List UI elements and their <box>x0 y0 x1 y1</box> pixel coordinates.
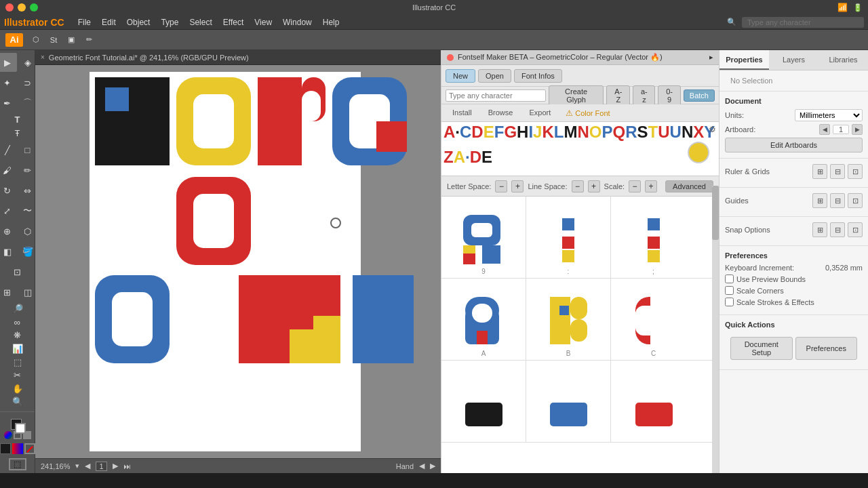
color-font-tab[interactable]: ⚠ Color Font <box>560 107 615 119</box>
artboard-next[interactable]: ▶ <box>852 124 863 135</box>
page-input[interactable]: 1 <box>96 462 106 471</box>
artboard-value[interactable]: 1 <box>833 125 849 134</box>
menu-window[interactable]: Window <box>277 16 317 28</box>
glyph-cell-next3[interactable] <box>611 361 696 442</box>
font-panel-collapse[interactable]: ▸ <box>709 53 713 62</box>
bridge-icon[interactable]: ⬡ <box>28 33 43 47</box>
scroll-right[interactable]: ▶ <box>430 462 435 470</box>
canvas-tab-close[interactable]: × <box>41 54 45 61</box>
page-end[interactable]: ⏭ <box>123 462 131 470</box>
batch-nav-button[interactable]: Batch <box>684 89 715 102</box>
advanced-button[interactable]: Advanced <box>665 180 713 192</box>
fill-swatch[interactable] <box>0 443 11 454</box>
export-tab[interactable]: Export <box>522 107 557 119</box>
zoom-level[interactable]: 241,16% <box>41 462 70 470</box>
slice-tool[interactable]: ✂ <box>8 369 27 382</box>
minimize-button[interactable] <box>18 3 26 12</box>
menu-effect[interactable]: Effect <box>218 16 249 28</box>
scale-corners-checkbox[interactable] <box>725 286 734 295</box>
pen-tool[interactable]: ✒ <box>0 94 17 113</box>
letter-space-plus[interactable]: + <box>511 180 524 192</box>
font-panel-close[interactable] <box>447 54 454 61</box>
glyph-cell-c[interactable]: C <box>611 279 696 360</box>
menu-select[interactable]: Select <box>184 16 217 28</box>
curvature-tool[interactable]: ⌒ <box>18 94 37 113</box>
snap-icon-1[interactable]: ⊞ <box>812 222 827 237</box>
none-swatch[interactable] <box>24 443 35 454</box>
symbol-sprayer-tool[interactable]: ❋ <box>8 329 27 342</box>
gradient-tool[interactable]: ◫ <box>18 283 37 302</box>
type-tool[interactable]: T <box>8 114 27 126</box>
preview-gear-icon[interactable]: ⚙ <box>709 125 716 134</box>
artboard-icon[interactable]: ⬚ <box>9 458 26 470</box>
artboard-tool[interactable]: ⬚ <box>8 356 27 368</box>
glyph-cell-colon[interactable]: : <box>526 197 611 278</box>
menu-view[interactable]: View <box>249 16 277 28</box>
lasso-tool[interactable]: ⊃ <box>18 73 37 92</box>
free-transform-tool[interactable]: ⬡ <box>18 222 37 241</box>
brush-tool-icon[interactable]: ✏ <box>81 33 96 47</box>
blend-tool[interactable]: ∞ <box>8 317 27 329</box>
menu-edit[interactable]: Edit <box>96 16 121 28</box>
zoom-dropdown-icon[interactable]: ▾ <box>75 462 79 470</box>
scale-tool[interactable]: ⤢ <box>0 201 17 220</box>
graph-tool[interactable]: 📊 <box>8 343 27 355</box>
touch-type-tool[interactable]: Ŧ <box>8 127 27 140</box>
scale-strokes-checkbox[interactable] <box>725 298 734 306</box>
glyph-grid[interactable]: 9 : <box>441 197 719 473</box>
color-mode[interactable] <box>4 431 12 439</box>
live-paint-tool[interactable]: 🪣 <box>18 242 37 261</box>
az-lower-nav-button[interactable]: a-z <box>633 85 655 106</box>
mesh-tool[interactable]: ⊞ <box>0 283 17 302</box>
line-tool[interactable]: ╱ <box>0 140 17 159</box>
document-setup-button[interactable]: Document Setup <box>730 337 793 360</box>
tab-layers[interactable]: Layers <box>769 50 818 70</box>
guide-icon-1[interactable]: ⊞ <box>812 193 827 208</box>
tab-libraries[interactable]: Libraries <box>818 50 868 70</box>
warp-tool[interactable]: 〜 <box>18 201 37 220</box>
selection-tool[interactable]: ▶ <box>0 53 17 72</box>
shape-builder-tool[interactable]: ◧ <box>0 242 17 261</box>
snap-icon-3[interactable]: ⊡ <box>848 222 863 237</box>
use-preview-bounds-checkbox[interactable] <box>725 274 734 283</box>
letter-space-minus[interactable]: − <box>495 180 507 192</box>
paintbrush-tool[interactable]: 🖌 <box>0 161 17 180</box>
direct-selection-tool[interactable]: ◈ <box>18 53 37 72</box>
font-infos-button[interactable]: Font Infos <box>514 69 562 83</box>
glyph-cell-a[interactable]: A <box>441 279 526 360</box>
install-tab[interactable]: Install <box>446 107 479 119</box>
stroke-color[interactable] <box>15 423 26 434</box>
rotate-tool[interactable]: ↻ <box>0 181 17 200</box>
width-tool[interactable]: ⊕ <box>0 222 17 241</box>
glyph-cell-b[interactable]: B <box>526 279 611 360</box>
ruler-icon[interactable]: ⊞ <box>812 164 827 179</box>
glyph-cell-next1[interactable] <box>441 361 526 442</box>
scale-plus[interactable]: + <box>645 180 657 192</box>
glyph-cell-9[interactable]: 9 <box>441 197 526 278</box>
browse-tab[interactable]: Browse <box>481 107 520 119</box>
tab-properties[interactable]: Properties <box>719 50 769 70</box>
scroll-left[interactable]: ◀ <box>419 462 425 470</box>
magic-wand-tool[interactable]: ✦ <box>0 73 17 92</box>
glyph-search-input[interactable] <box>446 89 546 102</box>
close-button[interactable] <box>5 3 14 12</box>
gradient-swatch[interactable] <box>12 443 23 454</box>
guide-icon-2[interactable]: ⊟ <box>830 193 845 208</box>
line-space-minus[interactable]: − <box>572 180 584 192</box>
menu-type[interactable]: Type <box>155 16 184 28</box>
page-nav-prev[interactable]: ◀ <box>85 462 90 470</box>
scroll-bar[interactable] <box>712 186 719 473</box>
snap-icon-2[interactable]: ⊟ <box>830 222 845 237</box>
open-font-button[interactable]: Open <box>478 69 511 83</box>
stock-icon[interactable]: St <box>46 33 61 47</box>
guide-icon-3[interactable]: ⊡ <box>848 193 863 208</box>
wifi-icon[interactable]: 📶 <box>837 3 848 12</box>
preferences-button[interactable]: Preferences <box>795 337 858 360</box>
menu-file[interactable]: File <box>73 16 96 28</box>
hand-tool[interactable]: ✋ <box>8 382 27 394</box>
create-glyph-button[interactable]: Create Glyph <box>549 85 604 106</box>
edit-artboards-button[interactable]: Edit Artboards <box>725 138 863 152</box>
search-adobe-stock-input[interactable] <box>742 17 864 28</box>
glyph-cell-next2[interactable] <box>526 361 611 442</box>
menu-object[interactable]: Object <box>121 16 156 28</box>
